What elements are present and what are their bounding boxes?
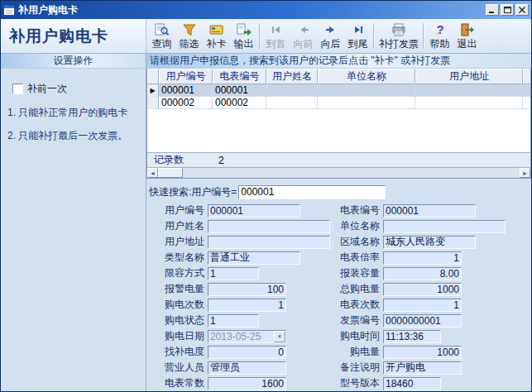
field-input-right-2[interactable] bbox=[383, 236, 476, 249]
records-grid: 用户编号电表编号用户姓名单位名称用户地址 ▶000001000001000002… bbox=[146, 69, 531, 179]
form-row: 营业人员 bbox=[153, 360, 330, 375]
quick-search-bar: 快速搜索:用户编号= bbox=[146, 179, 531, 201]
field-label: 限容方式 bbox=[153, 266, 204, 280]
maximize-button[interactable] bbox=[501, 4, 514, 16]
query-button[interactable]: 查询 bbox=[148, 20, 175, 52]
help-button[interactable]: ? 帮助 bbox=[426, 20, 453, 52]
chevron-down-icon: ▼ bbox=[274, 331, 285, 342]
next-record-button-label: 向后 bbox=[321, 37, 341, 51]
form-row: 购电日期2013-05-25▼ bbox=[153, 328, 330, 344]
toolbar: 查询 筛选 补卡 输出 到首 向前 bbox=[146, 19, 531, 53]
sidebar-note-2: 2. 只能补打最后一次发票。 bbox=[7, 130, 141, 142]
grid-column-header[interactable]: 用户姓名 bbox=[266, 69, 318, 84]
scrollbar-track[interactable] bbox=[183, 168, 520, 178]
table-cell: 000001 bbox=[213, 84, 266, 97]
field-label: 报警电量 bbox=[153, 282, 204, 296]
grid-gutter-header bbox=[147, 69, 159, 84]
reissue-previous-label: 补前一次 bbox=[27, 82, 67, 96]
header-row: 补用户购电卡 查询 筛选 补卡 输出 到首 bbox=[1, 19, 531, 54]
filter-button[interactable]: 筛选 bbox=[175, 20, 203, 52]
field-input-left-10[interactable] bbox=[208, 361, 286, 375]
close-icon[interactable] bbox=[515, 4, 529, 16]
query-button-label: 查询 bbox=[152, 37, 172, 51]
reissue-previous-checkbox[interactable] bbox=[12, 84, 23, 94]
first-record-icon bbox=[270, 22, 283, 36]
scroll-right-icon[interactable]: ► bbox=[520, 168, 530, 178]
exit-button[interactable]: 退出 bbox=[453, 20, 481, 52]
reissue-card-button[interactable]: 补卡 bbox=[203, 20, 230, 52]
grid-column-header[interactable]: 电表编号 bbox=[213, 69, 266, 84]
field-input-right-4[interactable] bbox=[383, 267, 462, 280]
field-input-right-10[interactable] bbox=[383, 361, 462, 375]
toolbar-separator bbox=[259, 23, 261, 49]
form-row: 用户姓名 bbox=[153, 218, 330, 234]
field-label: 购电状态 bbox=[153, 313, 204, 327]
last-record-icon bbox=[352, 22, 365, 36]
grid-header-row: 用户编号电表编号用户姓名单位名称用户地址 bbox=[147, 69, 530, 84]
field-input-left-9[interactable] bbox=[208, 346, 286, 359]
field-input-left-4[interactable] bbox=[208, 267, 259, 280]
svg-text:?: ? bbox=[436, 23, 443, 36]
field-input-left-0[interactable] bbox=[208, 204, 300, 218]
field-input-left-11[interactable] bbox=[208, 377, 286, 390]
next-record-button[interactable]: 向后 bbox=[317, 20, 344, 52]
field-input-left-6[interactable] bbox=[208, 299, 286, 312]
field-input-left-5[interactable] bbox=[208, 283, 286, 296]
card-icon bbox=[209, 22, 224, 36]
search-icon bbox=[155, 22, 170, 36]
record-count-label: 记录数 bbox=[154, 153, 184, 167]
prev-record-button[interactable]: 向前 bbox=[290, 20, 317, 52]
grid-horizontal-scrollbar[interactable]: ◄ ► bbox=[147, 167, 530, 178]
form-row: 总购电量 bbox=[340, 281, 506, 297]
field-input-right-6[interactable] bbox=[383, 299, 462, 312]
scroll-left-icon[interactable]: ◄ bbox=[147, 168, 158, 178]
filter-button-label: 筛选 bbox=[180, 37, 199, 51]
instruction-bar: 请根据用户申报信息，搜索到该用户的记录后点击 "补卡" 或补打发票 bbox=[146, 54, 531, 69]
titlebar[interactable]: 补用户购电卡 bbox=[1, 1, 531, 19]
minimize-button[interactable] bbox=[486, 4, 499, 16]
export-button[interactable]: 输出 bbox=[230, 20, 257, 52]
grid-column-header[interactable]: 用户地址 bbox=[415, 69, 523, 84]
form-row: 电表常数 bbox=[153, 375, 330, 391]
grid-column-header[interactable]: 单位名称 bbox=[318, 69, 415, 84]
field-input-left-2[interactable] bbox=[208, 236, 330, 249]
field-input-right-8[interactable] bbox=[383, 330, 441, 343]
field-input-right-1[interactable] bbox=[383, 220, 506, 233]
window-title: 补用户购电卡 bbox=[18, 3, 482, 17]
field-input-left-7[interactable] bbox=[208, 314, 259, 327]
purchase-date-select[interactable]: 2013-05-25▼ bbox=[208, 330, 286, 343]
field-input-left-3[interactable] bbox=[208, 251, 300, 265]
sidebar-note-1: 1. 只能补正常用户的购电卡 bbox=[7, 107, 141, 119]
table-cell bbox=[523, 97, 530, 109]
field-label: 总购电量 bbox=[340, 282, 380, 296]
field-label: 购电量 bbox=[340, 345, 380, 359]
help-icon: ? bbox=[434, 22, 446, 36]
form-col-right: 电表编号单位名称区域名称电表倍率报装容量总购电量电表次数发票编号购电时间购电量备… bbox=[340, 203, 506, 391]
purchase-date-value: 2013-05-25 bbox=[208, 331, 274, 342]
field-label: 电表常数 bbox=[153, 376, 204, 390]
field-input-left-1[interactable] bbox=[208, 220, 330, 233]
form-row: 区域名称 bbox=[340, 234, 506, 250]
field-label: 购电时间 bbox=[340, 329, 380, 343]
last-record-button[interactable]: 到尾 bbox=[344, 20, 371, 52]
quick-search-input[interactable] bbox=[238, 185, 386, 199]
reissue-previous-option[interactable]: 补前一次 bbox=[12, 82, 146, 96]
first-record-button[interactable]: 到首 bbox=[262, 20, 290, 52]
grid-column-header[interactable]: 用户编号 bbox=[159, 69, 213, 84]
table-row[interactable]: 000002000002 bbox=[147, 97, 530, 109]
field-input-right-7[interactable] bbox=[383, 314, 462, 327]
form-row: 购电时间 bbox=[340, 328, 506, 344]
reprint-invoice-button[interactable]: 补打发票 bbox=[376, 20, 421, 52]
scrollbar-thumb[interactable] bbox=[158, 168, 183, 178]
form-row: 电表次数 bbox=[340, 297, 506, 313]
field-label: 单位名称 bbox=[340, 219, 380, 233]
field-input-right-11[interactable] bbox=[383, 377, 441, 390]
form-row: 发票编号 bbox=[340, 313, 506, 328]
field-label: 找补电度 bbox=[153, 345, 204, 359]
field-input-right-9[interactable] bbox=[383, 346, 462, 359]
sidebar-caption: 设置操作 bbox=[1, 54, 146, 69]
field-input-right-3[interactable] bbox=[383, 251, 462, 265]
field-input-right-5[interactable] bbox=[383, 283, 462, 296]
table-row[interactable]: ▶000001000001 bbox=[147, 84, 530, 97]
field-input-right-0[interactable] bbox=[383, 204, 476, 218]
